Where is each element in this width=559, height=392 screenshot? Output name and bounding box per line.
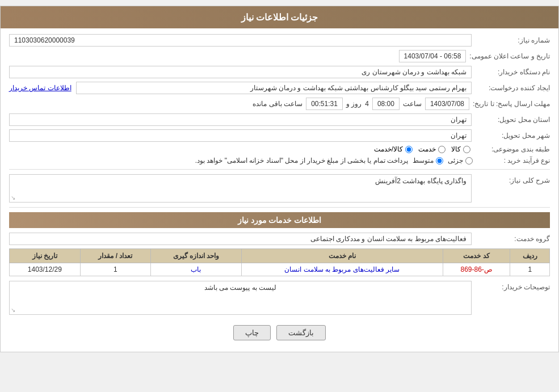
sharh-section: شرح کلی نیاز: واگذاری پایگاه بهداشت 2آفر… xyxy=(9,174,550,203)
radio-jozi-label: جزئی xyxy=(448,157,463,165)
ostan-value: تهران xyxy=(9,113,472,126)
services-header-label: اطلاعات خدمات مورد نیاز xyxy=(238,216,322,225)
tabaqe-row: طبقه بندی موضوعی: کالا خدمت کالا/خدمت xyxy=(9,145,550,153)
radio-kala-khedmat: کالا/خدمت xyxy=(374,145,413,153)
shahr-value: تهران xyxy=(9,129,472,142)
shomara-value: 1103030620000039 xyxy=(9,34,472,47)
announce-row: تاریخ و ساعت اعلان عمومی: 1403/07/04 - 0… xyxy=(9,50,550,62)
ostan-label: استان محل تحویل: xyxy=(476,116,550,124)
services-table: ردیف کد خدمت نام خدمت واحد اندازه گیری ت… xyxy=(9,248,550,276)
content-area: شماره نیاز: 1103030620000039 تاریخ و ساع… xyxy=(1,28,558,352)
table-row: 1 ص-86-869 سایر فعالیت‌های مربوط به سلام… xyxy=(10,263,550,276)
shomara-label: شماره نیاز: xyxy=(476,36,550,44)
cell-radif: 1 xyxy=(510,263,550,276)
radio-kala-khedmat-label: کالا/خدمت xyxy=(374,145,403,153)
services-section: گروه خدمت: فعالیت‌های مربوط به سلامت انس… xyxy=(9,233,550,276)
radio-kala-label: کالا xyxy=(451,145,461,153)
table-body: 1 ص-86-869 سایر فعالیت‌های مربوط به سلام… xyxy=(10,263,550,276)
grooh-value: فعالیت‌های مربوط به سلامت انسان و مددکار… xyxy=(9,233,472,245)
date-label: تاریخ و ساعت اعلان عمومی: xyxy=(469,52,550,60)
cell-code: ص-86-869 xyxy=(443,263,510,276)
radio-motevaset-label: متوسط xyxy=(413,157,434,165)
creator-row: ایجاد کننده درخواست: بهرام رستمی سید بیگ… xyxy=(9,82,550,94)
tosih-value: لیست به پیوست می باشد xyxy=(204,284,276,292)
col-radif: ردیف xyxy=(510,249,550,263)
saat-value: 08:00 xyxy=(372,98,400,110)
kharidaar-label: نام دستگاه خریدار: xyxy=(476,68,550,76)
tabaqe-label: طبقه بندی موضوعی: xyxy=(476,145,550,153)
shomara-row: شماره نیاز: 1103030620000039 xyxy=(9,34,550,47)
radio-khedmat-label: خدمت xyxy=(418,145,436,153)
sharh-value: واگذاری پایگاه بهداشت 2آفرینش xyxy=(375,177,466,185)
cell-name: سایر فعالیت‌های مربوط به سلامت انسان xyxy=(241,263,443,276)
rooz-label: روز و xyxy=(346,100,362,108)
process-content: جزئی متوسط پرداخت تمام یا بخشی از مبلغ خ… xyxy=(9,157,473,165)
col-code: کد خدمت xyxy=(443,249,510,263)
divider2 xyxy=(9,207,550,208)
cell-tarikh: 1403/12/29 xyxy=(10,263,81,276)
table-head: ردیف کد خدمت نام خدمت واحد اندازه گیری ت… xyxy=(10,249,550,263)
sharh-box: واگذاری پایگاه بهداشت 2آفرینش ↘ xyxy=(9,174,472,203)
grooh-row: گروه خدمت: فعالیت‌های مربوط به سلامت انس… xyxy=(9,233,550,245)
col-tarikh: تاریخ نیاز xyxy=(10,249,81,263)
back-button[interactable]: بازگشت xyxy=(276,325,326,340)
ostan-row: استان محل تحویل: تهران xyxy=(9,113,550,126)
mohlat-label: مهلت ارسال پاسخ: تا تاریخ: xyxy=(473,100,550,108)
baqi-label: ساعت باقی مانده xyxy=(253,100,302,108)
services-section-header: اطلاعات خدمات مورد نیاز xyxy=(9,212,550,228)
col-name: نام خدمت xyxy=(241,249,443,263)
sharh-label: شرح کلی نیاز: xyxy=(476,174,550,203)
rooz-value: 4 xyxy=(365,100,369,108)
resize-icon: ↘ xyxy=(11,195,15,201)
radio-kala: کالا xyxy=(451,145,470,153)
process-desc: پرداخت تمام یا بخشی از مبلغ خریدار از مح… xyxy=(195,157,408,165)
resize-icon2: ↘ xyxy=(11,307,15,313)
kharidaar-row: نام دستگاه خریدار: شبکه بهداشت و درمان ش… xyxy=(9,66,550,78)
buttons-row: بازگشت چاپ xyxy=(9,319,550,346)
tosih-section: توصیحات خریدار: لیست به پیوست می باشد ↘ xyxy=(9,281,550,315)
tosih-box: لیست به پیوست می باشد ↘ xyxy=(9,281,472,315)
countdown-value: 00:51:31 xyxy=(306,98,343,110)
grooh-label: گروه خدمت: xyxy=(476,235,550,243)
cell-vahed: باب xyxy=(151,263,242,276)
col-tedad: تعداد / مقدار xyxy=(80,249,151,263)
mohlat-row: مهلت ارسال پاسخ: تا تاریخ: 1403/07/08 سا… xyxy=(9,98,550,110)
page-wrapper: جزئیات اطلاعات نیاز شماره نیاز: 11030306… xyxy=(0,6,559,352)
radio-khedmat: خدمت xyxy=(418,145,445,153)
divider1 xyxy=(9,169,550,170)
radio-kala-khedmat-input[interactable] xyxy=(405,146,413,153)
radio-motevaset: متوسط xyxy=(413,157,443,165)
cell-tedad: 1 xyxy=(80,263,151,276)
radio-motevaset-input[interactable] xyxy=(436,157,443,165)
print-button[interactable]: چاپ xyxy=(233,325,271,340)
process-row: نوع فرآیند خرید : جزئی متوسط پرداخت تمام… xyxy=(9,157,550,165)
creator-value: بهرام رستمی سید بیگلو کارشناس بهداشتی شب… xyxy=(76,82,472,94)
radio-kala-input[interactable] xyxy=(463,146,470,153)
page-title: جزئیات اطلاعات نیاز xyxy=(241,12,318,22)
radio-khedmat-input[interactable] xyxy=(438,146,445,153)
date-value: 1403/07/04 - 06:58 xyxy=(399,50,466,62)
process-label: نوع فرآیند خرید : xyxy=(476,157,550,165)
tosih-label: توصیحات خریدار: xyxy=(476,281,550,315)
shahr-row: شهر محل تحویل: تهران xyxy=(9,129,550,142)
page-header: جزئیات اطلاعات نیاز xyxy=(1,6,558,28)
radio-jozi: جزئی xyxy=(448,157,473,165)
kharidaar-value: شبکه بهداشت و درمان شهرستان ری xyxy=(9,66,472,78)
contact-link[interactable]: اطلاعات تماس خریدار xyxy=(9,84,72,92)
col-vahed: واحد اندازه گیری xyxy=(151,249,242,263)
shahr-label: شهر محل تحویل: xyxy=(476,132,550,140)
table-header-row: ردیف کد خدمت نام خدمت واحد اندازه گیری ت… xyxy=(10,249,550,263)
saat-label: ساعت xyxy=(403,100,422,108)
radio-jozi-input[interactable] xyxy=(465,157,473,165)
creator-label: ایجاد کننده درخواست: xyxy=(476,84,550,92)
mohlat-date: 1403/07/08 xyxy=(425,98,469,110)
